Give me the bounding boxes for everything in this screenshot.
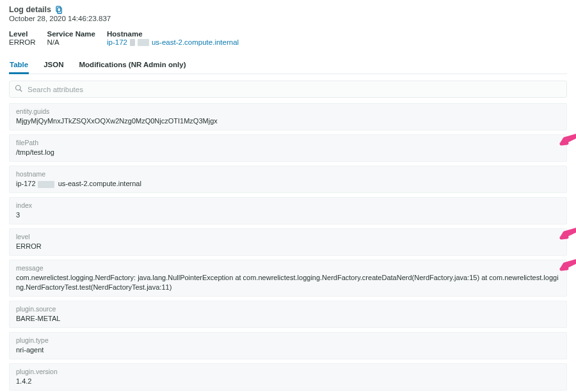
attr-key: plugin.version [16,368,560,376]
attr-key: index [16,201,560,210]
attr-value: 1.4.2 [16,377,560,386]
attr-value: BARE-METAL [16,314,560,324]
hostname-suffix: us-east-2.compute.internal [58,180,141,187]
attr-row-filepath[interactable]: filePath /tmp/test.log [9,134,567,162]
search-input[interactable] [26,85,561,94]
attr-row-plugin-version[interactable]: plugin.version 1.4.2 [9,363,567,391]
header-timestamp: October 28, 2020 14:46:23.837 [9,15,567,22]
attr-value: 3 [16,210,560,220]
attr-row-message[interactable]: message com.newrelictest.logging.NerdFac… [9,260,567,297]
attr-value: ERROR [16,242,560,251]
meta-service-value: N/A [47,38,95,46]
attr-key: plugin.type [16,336,560,345]
meta-level-label: Level [9,30,36,38]
tab-json[interactable]: JSON [43,61,64,74]
attr-value: /tmp/test.log [16,148,560,157]
attr-row-index[interactable]: index 3 [9,197,567,224]
attr-value: com.newrelictest.logging.NerdFactory: ja… [16,273,560,292]
tab-modifications[interactable]: Modifications (NR Admin only) [79,61,187,74]
attr-key: plugin.source [16,305,560,313]
meta-bar: Level ERROR Service Name N/A Hostname ip… [9,30,567,46]
svg-rect-0 [57,6,61,11]
svg-line-3 [20,90,22,91]
meta-service-label: Service Name [47,30,95,38]
meta-level-value: ERROR [9,38,36,46]
search-bar[interactable] [9,81,567,98]
redacted-block [138,39,149,46]
attr-key: hostname [16,170,560,178]
attr-row-level[interactable]: level ERROR [9,228,567,256]
hostname-prefix: ip-172 [16,180,36,187]
attr-key: entity.guids [16,107,560,116]
attr-key: level [16,233,560,241]
attr-row-plugin-type[interactable]: plugin.type nri-agent [9,332,567,359]
search-icon [15,84,22,94]
hostname-link-suffix: us-east-2.compute.internal [152,38,239,46]
page-title: Log details [9,5,51,14]
tabs: Table JSON Modifications (NR Admin only) [9,60,567,74]
tab-table[interactable]: Table [9,61,29,74]
meta-hostname-value[interactable]: ip-172 us-east-2.compute.internal [107,38,239,46]
svg-point-2 [16,86,21,91]
attr-value: nri-agent [16,345,560,355]
attr-row-entity-guids[interactable]: entity.guids MjgyMjQyMnxJTkZSQXxOQXw2Nzg… [9,103,567,130]
log-details-panel: Log details October 28, 2020 14:46:23.83… [0,0,576,392]
attr-key: filePath [16,139,560,147]
redacted-block [38,181,54,188]
attr-value: MjgyMjQyMnxJTkZSQXxOQXw2Nzg0MzQ0NjczOTI1… [16,116,560,126]
attribute-rows: entity.guids MjgyMjQyMnxJTkZSQXxOQXw2Nzg… [9,103,567,392]
attr-value: ip-172 us-east-2.compute.internal [16,179,560,189]
copy-icon[interactable] [55,5,63,14]
attr-row-plugin-source[interactable]: plugin.source BARE-METAL [9,301,567,328]
hostname-link-prefix: ip-172 [107,38,127,46]
attr-row-hostname[interactable]: hostname ip-172 us-east-2.compute.intern… [9,166,567,193]
meta-hostname-label: Hostname [107,30,239,38]
svg-rect-1 [58,8,61,13]
attr-key: message [16,264,560,272]
redacted-block [130,39,135,46]
